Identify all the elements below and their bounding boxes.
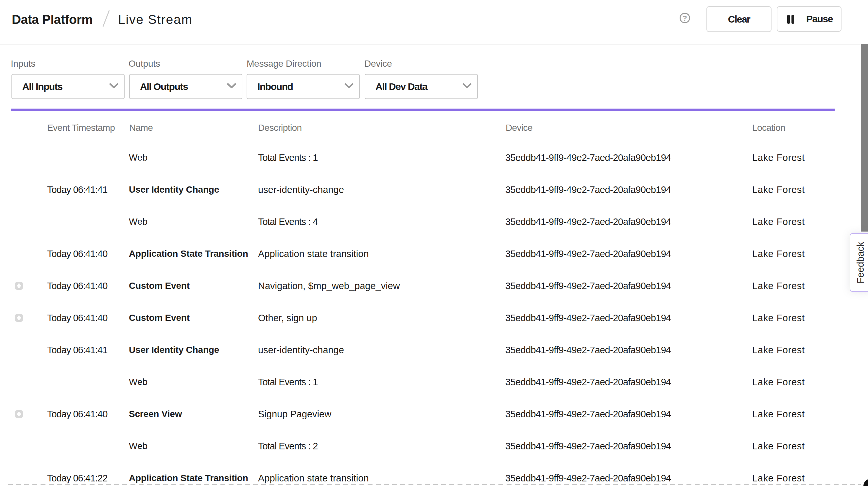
svg-text:?: ? [683,14,687,22]
